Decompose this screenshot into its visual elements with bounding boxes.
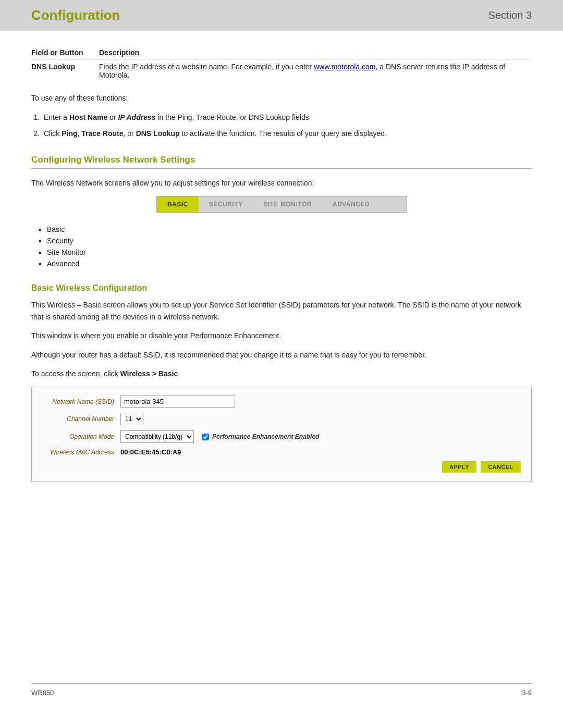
footer-left: WR850 <box>31 689 54 697</box>
tab-basic[interactable]: BASIC <box>157 196 199 212</box>
col1-header: Field or Button <box>31 46 99 59</box>
wireless-tab-bar: BASIC SECURITY SITE MONITOR ADVANCED <box>156 196 407 213</box>
channel-row: Channel Number 11 1 2 3 4 5 6 7 8 9 10 <box>42 413 521 425</box>
basic-config-para1: This Wireless – Basic screen allows you … <box>31 299 532 323</box>
desc-prefix: Finds the IP address of a website name. … <box>99 63 314 71</box>
step-2: Click Ping, Trace Route, or DNS Lookup t… <box>42 128 532 139</box>
para4-suffix: . <box>178 369 180 378</box>
operation-mode-select[interactable]: Compatibility (11b/g) 802.11b only 802.1… <box>120 430 194 443</box>
page-footer: WR850 3-9 <box>31 683 532 697</box>
basic-config-para2: This window is where you enable or disab… <box>31 330 532 341</box>
step-1: Enter a Host Name or IP Address in the P… <box>42 112 532 123</box>
tab-security[interactable]: SECURITY <box>199 196 253 212</box>
config-panel: Network Name (SSID) Channel Number 11 1 … <box>31 387 532 482</box>
mac-address-label: Wireless MAC Address <box>42 449 120 456</box>
table-row: DNS Lookup Finds the IP address of a web… <box>31 59 532 83</box>
cancel-button[interactable]: CANCEL <box>481 461 521 473</box>
button-row: APPLY CANCEL <box>42 461 521 473</box>
wireless-bullet-list: Basic Security Site Monitor Advanced <box>47 225 532 271</box>
operation-mode-row: Operation Mode Compatibility (11b/g) 802… <box>42 430 521 443</box>
wireless-intro: The Wireless Network screens allow you t… <box>31 177 532 189</box>
network-name-label: Network Name (SSID) <box>42 398 120 405</box>
bullet-advanced: Advanced <box>47 260 532 268</box>
col2-header: Description <box>99 46 532 59</box>
field-table: Field or Button Description DNS Lookup F… <box>31 46 532 82</box>
page-header: Configuration Section 3 <box>0 0 563 31</box>
network-name-row: Network Name (SSID) <box>42 396 521 408</box>
wireless-section-heading: Configuring Wireless Network Settings <box>31 155 532 169</box>
field-description: Finds the IP address of a website name. … <box>99 59 532 83</box>
basic-config-para3: Although your router has a default SSID,… <box>31 349 532 361</box>
mac-address-row: Wireless MAC Address 00:0C:E5:45:C0:A9 <box>42 448 521 456</box>
bullet-security: Security <box>47 237 532 245</box>
performance-enhancement-row: Performance Enhancement Enabled <box>202 433 319 440</box>
motorola-link[interactable]: www.motorola.com <box>314 63 375 71</box>
basic-config-para4: To access the screen, click Wireless > B… <box>31 368 532 379</box>
operation-mode-label: Operation Mode <box>42 433 120 440</box>
tab-advanced[interactable]: ADVANCED <box>322 196 380 212</box>
channel-select[interactable]: 11 1 2 3 4 5 6 7 8 9 10 <box>120 413 143 425</box>
para4-prefix: To access the screen, click <box>31 369 120 378</box>
basic-config-heading: Basic Wireless Configuration <box>31 283 532 293</box>
section-label: Section 3 <box>488 9 532 21</box>
channel-label: Channel Number <box>42 415 120 423</box>
bullet-site-monitor: Site Monitor <box>47 248 532 256</box>
performance-enhancement-label: Performance Enhancement Enabled <box>212 433 319 440</box>
tab-site-monitor[interactable]: SITE MONITOR <box>253 196 322 212</box>
performance-enhancement-checkbox[interactable] <box>202 434 209 440</box>
network-name-input[interactable] <box>120 396 235 408</box>
field-name: DNS Lookup <box>31 59 99 83</box>
para4-bold: Wireless > Basic <box>120 369 178 378</box>
footer-right: 3-9 <box>522 689 532 697</box>
page-title: Configuration <box>31 7 120 23</box>
steps-list: Enter a Host Name or IP Address in the P… <box>42 112 532 144</box>
intro-text: To use any of these functions: <box>31 93 532 104</box>
apply-button[interactable]: APPLY <box>442 461 476 473</box>
mac-address-value: 00:0C:E5:45:C0:A9 <box>120 448 181 456</box>
bullet-basic: Basic <box>47 225 532 233</box>
